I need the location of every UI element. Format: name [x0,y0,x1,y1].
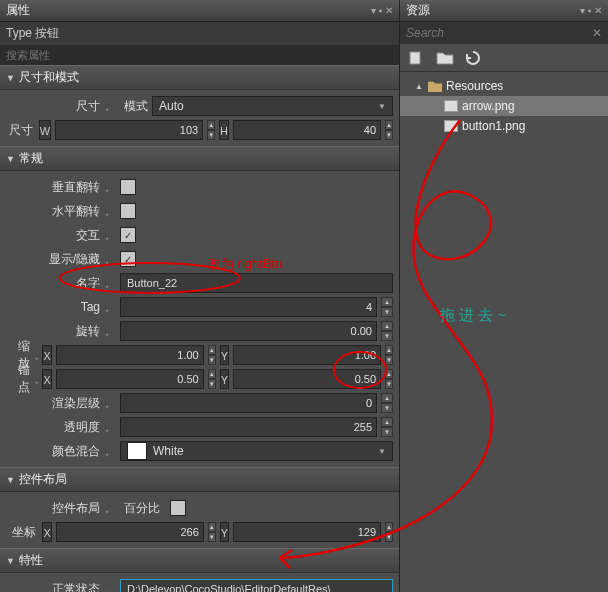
pin-icon[interactable] [106,326,116,336]
normal-state-input[interactable] [120,579,393,592]
opacity-input[interactable] [120,417,377,437]
pin-icon[interactable] [106,503,116,513]
coordy-input[interactable] [233,522,381,542]
resources-search-input[interactable] [406,26,592,40]
section-general[interactable]: ▼ 常规 [0,146,399,171]
pin-icon[interactable] [106,398,116,408]
section-size[interactable]: ▼ 尺寸和模式 [0,65,399,90]
chevron-down-icon: ▼ [6,73,15,83]
pin-icon[interactable] [106,422,116,432]
type-row: Type 按钮 [0,22,399,45]
tag-spinner[interactable]: ▲▼ [381,297,393,317]
chevron-down-icon: ▼ [6,475,15,485]
zorder-input[interactable] [120,393,377,413]
file-icon [444,100,458,112]
label-size: 尺寸 [6,98,102,115]
vflip-checkbox[interactable] [120,179,136,195]
clear-icon[interactable]: ✕ [592,26,602,40]
interactive-checkbox[interactable]: ✓ [120,227,136,243]
hflip-checkbox[interactable] [120,203,136,219]
resources-title: 资源 [406,2,430,19]
pin-icon[interactable] [106,584,116,592]
section-layout[interactable]: ▼ 控件布局 [0,467,399,492]
label-size2: 尺寸 [6,122,35,139]
chevron-down-icon: ▼ [378,447,386,456]
name-input[interactable] [120,273,393,293]
mode-combo[interactable]: Auto ▼ [152,96,393,116]
color-swatch [127,442,147,460]
pin-icon[interactable] [106,101,116,111]
tree-file-arrow[interactable]: arrow.png [400,96,608,116]
chevron-down-icon: ▼ [6,154,15,164]
search-properties-input[interactable] [0,45,399,65]
tag-input[interactable] [120,297,377,317]
properties-panel-header: 属性 ▾ ▪ ✕ [0,0,399,22]
chevron-down-icon: ▲ [414,82,424,91]
chevron-down-icon: ▼ [378,102,386,111]
resources-tree: ▲ Resources arrow.png button1.png [400,72,608,140]
properties-title: 属性 [6,2,30,19]
scalex-input[interactable] [56,345,204,365]
rotate-input[interactable] [120,321,377,341]
anchorx-input[interactable] [56,369,204,389]
width-spinner[interactable]: ▲▼ [207,120,215,140]
pin-icon[interactable] [106,254,116,264]
pin-icon[interactable] [36,374,39,384]
file-icon [444,120,458,132]
rotate-spinner[interactable]: ▲▼ [381,321,393,341]
pin-icon[interactable]: ▾ ▪ ✕ [580,5,602,16]
refresh-icon[interactable] [464,50,482,66]
pin-icon[interactable] [106,182,116,192]
pin-icon[interactable] [106,278,116,288]
height-input[interactable] [233,120,381,140]
visible-checkbox[interactable]: ✓ [120,251,136,267]
anchory-input[interactable] [233,369,381,389]
svg-rect-0 [410,52,420,64]
new-file-icon[interactable] [408,50,426,66]
color-combo[interactable]: White ▼ [120,441,393,461]
pin-icon[interactable] [106,230,116,240]
scaley-input[interactable] [233,345,381,365]
pin-icon[interactable] [36,350,39,360]
pin-icon[interactable] [106,446,116,456]
resources-panel-header: 资源 ▾ ▪ ✕ [400,0,608,22]
section-special[interactable]: ▼ 特性 [0,548,399,573]
tree-folder-resources[interactable]: ▲ Resources [400,76,608,96]
height-spinner[interactable]: ▲▼ [385,120,393,140]
coordx-input[interactable] [56,522,204,542]
tree-file-button1[interactable]: button1.png [400,116,608,136]
pin-icon[interactable] [106,206,116,216]
chevron-down-icon: ▼ [6,556,15,566]
pin-icon[interactable]: ▾ ▪ ✕ [371,5,393,16]
percent-checkbox[interactable] [170,500,186,516]
resources-toolbar [400,44,608,72]
pin-icon[interactable] [106,302,116,312]
folder-icon [428,80,442,92]
open-folder-icon[interactable] [436,50,454,66]
width-input[interactable] [55,120,203,140]
